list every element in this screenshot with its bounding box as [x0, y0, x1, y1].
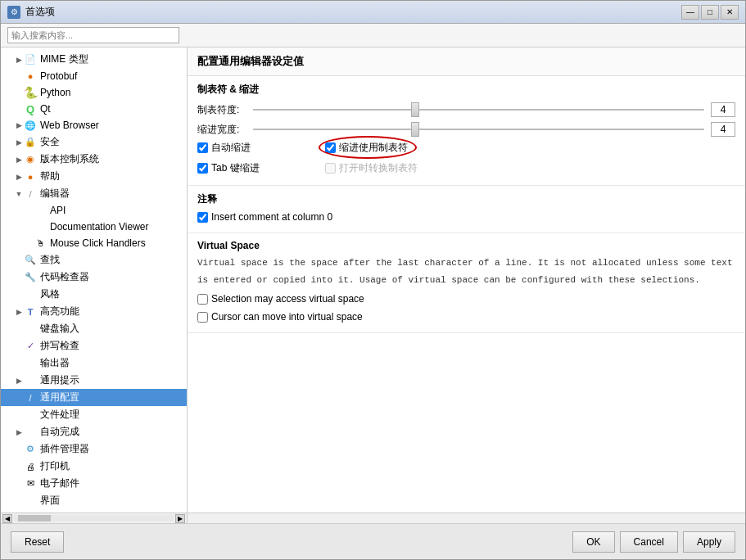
- sidebar-item-security[interactable]: ▶ 🔒 安全: [1, 133, 187, 151]
- expand-arrow-qt: [14, 104, 24, 114]
- security-icon: 🔒: [24, 136, 37, 149]
- sidebar-label-output: 输出器: [40, 356, 70, 370]
- sidebar-item-search[interactable]: 🔍 查找: [1, 251, 187, 269]
- cursor-move-checkbox[interactable]: [197, 312, 208, 323]
- tab-indent-label: Tab 键缩进: [211, 161, 260, 175]
- expand-arrow-filehandle: [14, 410, 24, 420]
- insert-comment-checkbox[interactable]: [197, 212, 208, 223]
- sidebar-label-qt: Qt: [40, 103, 51, 115]
- expand-arrow-editor: ▼: [14, 189, 24, 199]
- expand-arrow-email: [14, 479, 24, 489]
- sidebar-item-mouseclick[interactable]: 🖱 Mouse Click Handlers: [1, 235, 187, 251]
- codeinspect-icon: 🔧: [24, 271, 37, 284]
- sidebar-label-python: Python: [40, 87, 70, 98]
- scroll-right-btn[interactable]: ▶: [175, 514, 185, 523]
- tab-indent-checkbox[interactable]: [197, 163, 208, 174]
- search-input[interactable]: [7, 27, 179, 43]
- sidebar-label-filehandle: 文件处理: [40, 408, 79, 422]
- convert-tabs-checkbox[interactable]: [325, 163, 336, 174]
- insert-comment-label: Insert comment at column 0: [211, 211, 332, 223]
- tab-size-slider[interactable]: [253, 102, 704, 118]
- output-icon: [24, 357, 37, 370]
- mime-icon: 📄: [24, 53, 37, 66]
- virtual-space-section: Virtual Space Virtual space is the space…: [188, 233, 745, 333]
- window-title: 首选项: [25, 5, 681, 19]
- sidebar-item-vcs[interactable]: ▶ ◉ 版本控制系统: [1, 151, 187, 168]
- sidebar-item-email[interactable]: ✉ 电子邮件: [1, 475, 187, 492]
- sidebar-item-editor[interactable]: ▼ / 编辑器: [1, 185, 187, 202]
- sidebar-item-codeinspect[interactable]: 🔧 代码检查器: [1, 269, 187, 286]
- sidebar-item-python[interactable]: 🐍 Python: [1, 84, 187, 101]
- apply-button[interactable]: Apply: [683, 531, 735, 553]
- expand-arrow-genconfig: [14, 393, 24, 403]
- sidebar-label-webbrowser: Web Browser: [40, 120, 99, 131]
- print-icon: 🖨: [24, 460, 37, 473]
- minimize-button[interactable]: —: [681, 5, 699, 20]
- sidebar-label-editor: 编辑器: [40, 187, 70, 201]
- sidebar-item-interface[interactable]: 界面: [1, 492, 187, 509]
- sidebar-item-keyboard[interactable]: 键盘输入: [1, 320, 187, 337]
- convert-tabs-row: 打开时转换制表符: [325, 161, 418, 175]
- sidebar-item-highlight[interactable]: ▶ T 高亮功能: [1, 303, 187, 320]
- sidebar-item-filehandle[interactable]: 文件处理: [1, 406, 187, 423]
- sidebar-label-help: 帮助: [40, 169, 60, 183]
- sidebar-item-output[interactable]: 输出器: [1, 355, 187, 372]
- cancel-button[interactable]: Cancel: [620, 531, 678, 553]
- indent-size-slider[interactable]: [253, 121, 704, 138]
- expand-arrow-codeinspect: [14, 273, 24, 282]
- sidebar-item-print[interactable]: 🖨 打印机: [1, 458, 187, 475]
- sidebar-item-autocomplete[interactable]: ▶ 自动完成: [1, 423, 187, 440]
- tab-size-spinbox[interactable]: [711, 102, 735, 117]
- help-icon: ●: [24, 170, 37, 183]
- search-sidebar-icon: 🔍: [24, 254, 37, 267]
- sidebar-item-genconfig[interactable]: / 通用配置: [1, 389, 187, 406]
- sidebar-item-mime[interactable]: ▶ 📄 MIME 类型: [1, 51, 187, 68]
- email-icon: ✉: [24, 477, 37, 490]
- selection-access-checkbox[interactable]: [197, 294, 208, 305]
- sidebar-item-tooltip[interactable]: ▶ 通用提示: [1, 372, 187, 389]
- sidebar-item-protobuf[interactable]: ● Protobuf: [1, 68, 187, 84]
- indent-size-label: 缩进宽度:: [197, 123, 246, 137]
- reset-button[interactable]: Reset: [11, 531, 64, 553]
- sidebar-item-docviewer[interactable]: Documentation Viewer: [1, 219, 187, 235]
- cursor-move-row: Cursor can move into virtual space: [197, 311, 735, 323]
- h-scrollbar-area: ◀ ▶: [1, 513, 745, 523]
- use-tabs-checkbox[interactable]: [325, 142, 336, 153]
- sidebar-item-qt[interactable]: Q Qt: [1, 101, 187, 117]
- sidebar-item-help[interactable]: ▶ ● 帮助: [1, 168, 187, 185]
- selection-access-label: Selection may access virtual space: [211, 293, 364, 305]
- scroll-left-btn[interactable]: ◀: [2, 514, 12, 523]
- content-panel: 配置通用编辑器设定值 制表符 & 缩进 制表符度:: [188, 47, 745, 513]
- selection-access-row: Selection may access virtual space: [197, 293, 735, 305]
- action-buttons: OK Cancel Apply: [572, 531, 735, 553]
- sidebar-item-api[interactable]: API: [1, 202, 187, 219]
- use-tabs-label: 缩进使用制表符: [339, 141, 408, 155]
- comment-section-title: 注释: [197, 192, 735, 206]
- sidebar-item-plugin[interactable]: ⚙ 插件管理器: [1, 440, 187, 458]
- sidebar-hscroll-thumb[interactable]: [18, 515, 51, 522]
- indent-size-spinbox[interactable]: [711, 122, 735, 137]
- tab-size-label: 制表符度:: [197, 103, 246, 117]
- tab-size-row: 制表符度:: [197, 102, 735, 118]
- content-hscroll: [188, 513, 745, 523]
- expand-arrow-interface: [14, 496, 24, 506]
- sidebar-hscroll-track[interactable]: [14, 515, 174, 522]
- expand-arrow-autocomplete: ▶: [14, 427, 24, 437]
- sidebar-label-security: 安全: [40, 135, 60, 149]
- maximize-button[interactable]: □: [701, 5, 719, 20]
- sidebar-item-spell[interactable]: ✓ 拼写检查: [1, 337, 187, 355]
- autocomplete-icon: [24, 426, 37, 439]
- protobuf-icon: ●: [24, 70, 37, 83]
- title-bar: ⚙ 首选项 — □ ✕: [1, 1, 745, 24]
- ok-button[interactable]: OK: [572, 531, 614, 553]
- tooltip-icon: [24, 374, 37, 387]
- sidebar-hscroll[interactable]: ◀ ▶: [1, 513, 188, 523]
- sidebar-item-webbrowser[interactable]: ▶ 🌐 Web Browser: [1, 117, 187, 133]
- auto-indent-checkbox[interactable]: [197, 142, 208, 153]
- expand-arrow-docviewer: [24, 222, 34, 232]
- genconfig-icon: /: [24, 391, 37, 404]
- expand-arrow-highlight: ▶: [14, 307, 24, 317]
- close-button[interactable]: ✕: [721, 5, 739, 20]
- sidebar-item-style[interactable]: 风格: [1, 286, 187, 303]
- sidebar-label-genconfig: 通用配置: [40, 391, 79, 404]
